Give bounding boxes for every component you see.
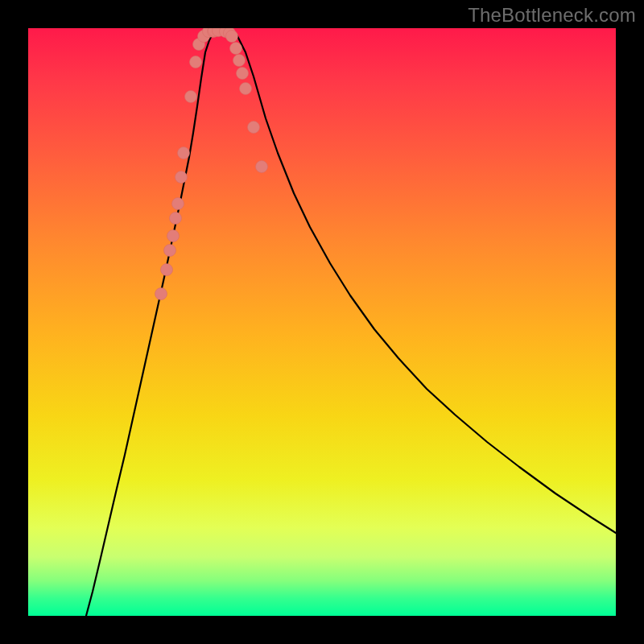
data-point <box>190 56 202 68</box>
data-point <box>164 245 176 257</box>
chart-svg <box>28 28 616 616</box>
plot-area <box>28 28 616 616</box>
data-point <box>248 122 260 134</box>
data-point <box>175 171 188 184</box>
data-point <box>167 230 180 242</box>
data-point <box>155 288 167 300</box>
data-point <box>161 264 173 276</box>
chart-frame: TheBottleneck.com <box>0 0 644 644</box>
data-point <box>256 161 268 173</box>
data-point <box>172 198 184 210</box>
bottleneck-curve <box>86 30 616 616</box>
data-point <box>230 43 242 55</box>
data-point <box>233 55 246 67</box>
data-point <box>237 68 249 80</box>
data-point <box>240 83 252 95</box>
data-point <box>170 213 182 225</box>
watermark-text: TheBottleneck.com <box>468 4 636 27</box>
data-point <box>226 31 238 43</box>
data-point <box>185 91 197 103</box>
data-point <box>178 147 190 159</box>
